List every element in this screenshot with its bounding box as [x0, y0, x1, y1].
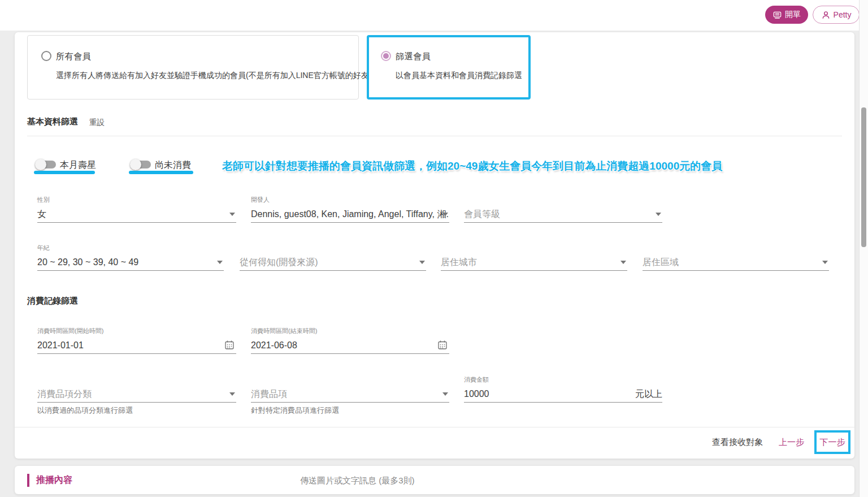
calendar-icon[interactable]: [437, 339, 448, 354]
field-source: 從何得知(開發來源): [240, 254, 426, 271]
age-select[interactable]: 20 ~ 29, 30 ~ 39, 40 ~ 49: [37, 254, 224, 271]
item-helper: 針對特定消費品項進行篩選: [251, 405, 339, 416]
option-all-members-label: 所有會員: [56, 51, 91, 63]
user-name-label: Petty: [834, 10, 852, 19]
item-select[interactable]: 消費品項: [251, 386, 449, 403]
prev-step-button[interactable]: 上一步: [779, 437, 804, 448]
scrollbar-thumb[interactable]: [861, 107, 866, 247]
field-amount: 消費金額 10000 元以上: [464, 375, 662, 403]
amount-input[interactable]: 10000 元以上: [464, 386, 662, 403]
field-gender: 性別 女: [37, 196, 236, 223]
item-category-helper: 以消費過的品項分類進行篩選: [37, 405, 133, 416]
field-developer: 開發人 Dennis, guest08, Ken, Jiaming, Angel…: [251, 196, 449, 223]
option-all-members-description: 選擇所有人將傳送給有加入好友並驗證手機成功的會員(不是所有加入LINE官方帳號的…: [56, 71, 371, 81]
broadcast-subtitle: 傳送圖片或文字訊息 (最多3則): [300, 476, 415, 486]
header: 開單 Petty: [0, 0, 868, 31]
consumption-filter-title: 消費記錄篩選: [27, 296, 78, 306]
field-item: 消費品項 針對特定消費品項進行篩選: [251, 386, 449, 403]
developer-select[interactable]: Dennis, guest08, Ken, Jiaming, Angel, Ti…: [251, 206, 449, 223]
field-item-category: 消費品項分類 以消費過的品項分類進行篩選: [37, 386, 236, 403]
receipt-icon: [772, 10, 782, 20]
field-age: 年紀 20 ~ 29, 30 ~ 39, 40 ~ 49: [37, 244, 224, 271]
toggle-not-consumed[interactable]: [130, 159, 151, 170]
calendar-icon[interactable]: [224, 339, 235, 354]
reset-button[interactable]: 重設: [89, 118, 105, 128]
field-end-date: 消費時間區間(結束時間) 2021-06-08: [251, 327, 449, 354]
scrollbar[interactable]: [859, 0, 868, 497]
field-end-date-label: 消費時間區間(結束時間): [251, 327, 449, 334]
item-category-select[interactable]: 消費品項分類: [37, 386, 236, 403]
field-gender-label: 性別: [37, 196, 236, 203]
source-select[interactable]: 從何得知(開發來源): [240, 254, 426, 271]
field-district: 居住區域: [643, 254, 829, 271]
member-level-select[interactable]: 會員等級: [464, 206, 662, 223]
chevron-down-icon: [822, 261, 828, 264]
end-date-input[interactable]: 2021-06-08: [251, 337, 449, 354]
annotation-underline: [34, 171, 95, 174]
chevron-down-icon: [656, 213, 661, 216]
option-filtered-members[interactable]: 篩選會員 以會員基本資料和會員消費記錄篩選: [367, 35, 531, 100]
broadcast-content-card: 推播內容 傳送圖片或文字訊息 (最多3則): [15, 466, 854, 494]
field-start-date-label: 消費時間區間(開始時間): [37, 327, 236, 334]
annotation-underline: [129, 171, 193, 174]
page: 開單 Petty 所有會員 選擇所有人將傳送給有加入好友並驗證手機成功的會員(不…: [0, 0, 868, 497]
amount-suffix: 元以上: [635, 386, 662, 402]
toggle-birthday-month-label: 本月壽星: [60, 159, 96, 171]
user-icon: [821, 10, 831, 20]
start-date-input[interactable]: 2021-01-01: [37, 337, 236, 354]
chevron-down-icon: [229, 213, 235, 216]
chevron-down-icon: [419, 261, 425, 264]
broadcast-title: 推播內容: [36, 474, 72, 486]
chevron-down-icon: [442, 392, 448, 396]
annotation-text: 老師可以針對想要推播的會員資訊做篩選，例如20~49歲女生會員今年到目前為止消費…: [222, 159, 722, 174]
field-member-level: 會員等級: [464, 206, 662, 223]
toggle-not-consumed-label: 尚未消費: [155, 159, 191, 171]
view-recipients-button[interactable]: 查看接收對象: [712, 437, 763, 448]
audience-filter-card: 所有會員 選擇所有人將傳送給有加入好友並驗證手機成功的會員(不是所有加入LINE…: [15, 32, 854, 459]
create-order-label: 開單: [785, 10, 801, 20]
field-amount-label: 消費金額: [464, 375, 662, 383]
divider: [27, 136, 842, 136]
create-order-button[interactable]: 開單: [765, 6, 808, 24]
user-button[interactable]: Petty: [813, 6, 860, 24]
radio-selected-icon[interactable]: [381, 51, 391, 61]
chevron-down-icon: [620, 261, 626, 264]
field-city: 居住城市: [441, 254, 627, 271]
divider: [15, 427, 854, 427]
city-select[interactable]: 居住城市: [441, 254, 627, 271]
option-filtered-members-description: 以會員基本資料和會員消費記錄篩選: [396, 71, 522, 81]
chevron-down-icon: [217, 261, 223, 264]
next-step-highlight: 下一步: [814, 430, 850, 454]
chevron-down-icon: [442, 213, 448, 216]
option-filtered-members-label: 篩選會員: [396, 51, 431, 63]
field-age-label: 年紀: [37, 244, 224, 251]
title-accent-bar: [27, 474, 29, 487]
field-start-date: 消費時間區間(開始時間) 2021-01-01: [37, 327, 236, 354]
field-developer-label: 開發人: [251, 196, 449, 203]
option-all-members[interactable]: 所有會員 選擇所有人將傳送給有加入好友並驗證手機成功的會員(不是所有加入LINE…: [27, 35, 359, 100]
next-step-button[interactable]: 下一步: [820, 437, 845, 448]
district-select[interactable]: 居住區域: [643, 254, 829, 271]
gender-select[interactable]: 女: [37, 206, 236, 223]
chevron-down-icon: [229, 392, 235, 396]
basic-filter-title: 基本資料篩選: [27, 116, 78, 127]
radio-unselected-icon[interactable]: [41, 51, 51, 61]
toggle-birthday-month[interactable]: [35, 159, 56, 170]
